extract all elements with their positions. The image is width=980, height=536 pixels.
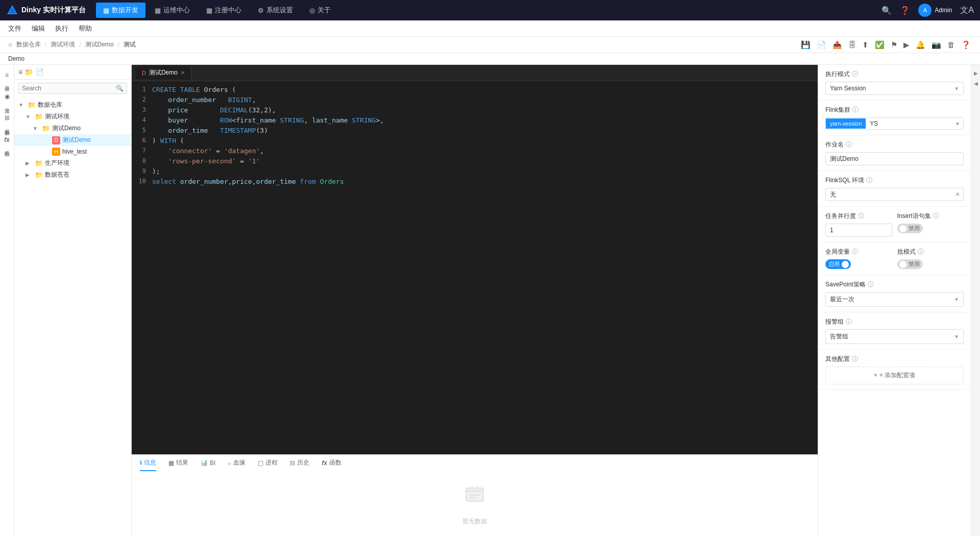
bottom-tab-process[interactable]: ▢ 进程 bbox=[258, 455, 278, 471]
editor-tabs: D 测试Demo ✕ bbox=[132, 65, 818, 81]
toggle-circle-insert bbox=[899, 225, 906, 232]
code-editor[interactable]: 1 CREATE TABLE Orders ( 2 order_number B… bbox=[132, 81, 818, 454]
global-var-info-icon[interactable]: ⓘ bbox=[852, 248, 858, 256]
code-line-3: 3 price DECIMAL(32,2), bbox=[132, 106, 818, 116]
toolbar-db-save-icon[interactable]: 🗄 bbox=[847, 39, 857, 50]
bottom-tab-function[interactable]: fx 函数 bbox=[322, 455, 341, 471]
alert-group-select[interactable]: 告警组 ▼ bbox=[825, 329, 964, 344]
flinksql-clear-icon[interactable]: ✕ bbox=[952, 189, 963, 200]
help-icon[interactable]: ❓ bbox=[900, 6, 910, 15]
tree-item-data-chaos[interactable]: ▶ 📁 数据苍苍 bbox=[14, 169, 131, 181]
tree-item-hive-test[interactable]: H hive_test bbox=[14, 146, 131, 157]
folder-data-chaos-icon: 📁 bbox=[35, 171, 43, 179]
flinksql-env-input[interactable] bbox=[826, 188, 952, 201]
menu-bar: 文件 编辑 执行 帮助 bbox=[0, 20, 980, 37]
line-content-9: ); bbox=[152, 167, 818, 175]
toolbar-export-icon[interactable]: 📤 bbox=[831, 39, 843, 51]
batch-mode-info-icon[interactable]: ⓘ bbox=[918, 248, 924, 256]
section-parallelism: 任务并行度 ⓘ Insert语句集 ⓘ 禁用 bbox=[818, 207, 971, 242]
language-icon[interactable]: 文A bbox=[960, 5, 974, 16]
toolbar-camera-icon[interactable]: 📷 bbox=[930, 39, 942, 51]
sidebar-functions-label: 函数 bbox=[4, 145, 11, 150]
job-name-info-icon[interactable]: ⓘ bbox=[846, 140, 852, 149]
file-tree-new-folder-icon[interactable]: 📁 bbox=[24, 68, 33, 76]
nav-tab-register[interactable]: ▦ 注册中心 bbox=[199, 3, 249, 18]
add-config-button[interactable]: + + 添加配置项 bbox=[825, 367, 964, 384]
nav-tab-about[interactable]: ◎ 关于 bbox=[302, 3, 338, 18]
right-edge-collapse-icon[interactable]: ▶ bbox=[972, 69, 980, 77]
toolbar-bell-icon[interactable]: 🔔 bbox=[915, 39, 926, 51]
bottom-tab-lineage[interactable]: ⬦ 血缘 bbox=[228, 455, 246, 471]
toolbar-run-icon[interactable]: ▶ bbox=[902, 39, 911, 51]
cluster-name: YS bbox=[866, 118, 952, 129]
nav-tab-register-label: 注册中心 bbox=[215, 6, 241, 15]
file-tree-menu-icon[interactable]: ≡ bbox=[18, 68, 22, 76]
tree-item-test-env[interactable]: ▼ 📁 测试环境 bbox=[14, 111, 131, 123]
global-var-toggle[interactable]: 启用 bbox=[825, 259, 851, 269]
nav-tab-ops[interactable]: ▦ 运维中心 bbox=[148, 3, 197, 18]
sidebar-menu-icon[interactable]: ≡ bbox=[0, 70, 14, 80]
nav-user[interactable]: A Admin bbox=[918, 4, 952, 17]
savepoint-select[interactable]: 最近一次 ▼ bbox=[825, 292, 964, 307]
flink-cluster-select[interactable]: yarn-session YS ▼ bbox=[825, 117, 964, 130]
toolbar-check-icon[interactable]: ✅ bbox=[874, 39, 886, 51]
sidebar-activity-icon[interactable]: ◉ bbox=[0, 91, 14, 102]
nav-tab-data-dev[interactable]: ▦ 数据开发 bbox=[96, 3, 145, 18]
insert-sentence-info-icon[interactable]: ⓘ bbox=[933, 212, 939, 221]
execution-mode-info-icon[interactable]: ⓘ bbox=[852, 70, 858, 79]
menu-run[interactable]: 执行 bbox=[55, 22, 68, 35]
tree-label-test-env: 测试环境 bbox=[45, 112, 69, 121]
menu-file[interactable]: 文件 bbox=[8, 22, 21, 35]
flinksql-env-select[interactable]: ✕ bbox=[825, 188, 964, 201]
right-edge-expand-icon[interactable]: ◀ bbox=[972, 79, 980, 87]
tree-item-prod-env[interactable]: ▶ 📁 生产环境 bbox=[14, 157, 131, 169]
breadcrumb-test-demo[interactable]: 测试Demo bbox=[85, 40, 114, 49]
svg-rect-2 bbox=[466, 488, 483, 501]
bottom-tab-history-label: 历史 bbox=[297, 458, 309, 467]
toolbar-flag-icon[interactable]: ⚑ bbox=[890, 39, 898, 51]
alert-group-info-icon[interactable]: ⓘ bbox=[846, 318, 852, 326]
flink-cluster-info-icon[interactable]: ⓘ bbox=[852, 106, 859, 114]
tree-item-warehouse[interactable]: ▼ 📁 数据仓库 bbox=[14, 99, 131, 111]
tree-item-test-demo-file[interactable]: D 测试Demo bbox=[14, 134, 131, 146]
bottom-tab-history[interactable]: ⊟ 历史 bbox=[290, 455, 309, 471]
editor-tab-close[interactable]: ✕ bbox=[181, 70, 185, 76]
job-name-input[interactable] bbox=[825, 152, 964, 165]
toolbar-delete-icon[interactable]: 🗑 bbox=[946, 39, 956, 50]
flinksql-env-info-icon[interactable]: ⓘ bbox=[866, 176, 872, 185]
menu-help[interactable]: 帮助 bbox=[79, 22, 92, 35]
line-num-3: 3 bbox=[132, 106, 152, 113]
other-config-info-icon[interactable]: ⓘ bbox=[852, 355, 858, 363]
section-alert-group: 报警组 ⓘ 告警组 ▼ bbox=[818, 312, 971, 350]
search-icon[interactable]: 🔍 bbox=[881, 6, 892, 15]
breadcrumb-warehouse[interactable]: 数据仓库 bbox=[16, 40, 41, 49]
editor-tab-test-demo[interactable]: D 测试Demo ✕ bbox=[136, 66, 191, 79]
bottom-tab-bi[interactable]: 📊 BI bbox=[201, 456, 215, 471]
logo-icon bbox=[6, 4, 18, 16]
nav-tab-ops-icon: ▦ bbox=[155, 7, 161, 14]
code-line-1: 1 CREATE TABLE Orders ( bbox=[132, 85, 818, 95]
file-tree-new-file-icon[interactable]: 📄 bbox=[35, 68, 44, 76]
menu-edit[interactable]: 编辑 bbox=[32, 22, 45, 35]
code-line-6: 6 ) WITH ( bbox=[132, 136, 818, 147]
toolbar-save-icon[interactable]: 💾 bbox=[800, 39, 812, 51]
toolbar-upload-icon[interactable]: ⬆ bbox=[861, 39, 870, 51]
sidebar-functions-icon[interactable]: fx bbox=[0, 135, 14, 145]
execution-mode-select[interactable]: Yarn Session ▼ bbox=[825, 82, 964, 95]
sidebar-data-icon[interactable]: ⊞ bbox=[0, 113, 14, 123]
bottom-tab-info[interactable]: ℹ 信息 bbox=[140, 455, 156, 471]
toolbar-help-icon[interactable]: ❓ bbox=[960, 39, 972, 51]
breadcrumb-test-env[interactable]: 测试环境 bbox=[51, 40, 75, 49]
batch-mode-toggle[interactable]: 禁用 bbox=[897, 259, 923, 269]
job-name-label-text: 作业名 bbox=[825, 140, 844, 149]
savepoint-info-icon[interactable]: ⓘ bbox=[868, 280, 874, 289]
toolbar-file-icon[interactable]: 📄 bbox=[816, 39, 827, 51]
nav-tab-settings[interactable]: ⚙ 系统设置 bbox=[251, 3, 300, 18]
bottom-tab-result[interactable]: ▦ 结果 bbox=[168, 455, 188, 471]
insert-sentence-toggle-label: 禁用 bbox=[909, 225, 920, 232]
search-input[interactable] bbox=[22, 85, 116, 92]
parallelism-input[interactable] bbox=[825, 224, 892, 237]
tree-item-test-demo-folder[interactable]: ▼ 📁 测试Demo bbox=[14, 123, 131, 134]
parallelism-info-icon[interactable]: ⓘ bbox=[858, 212, 864, 221]
insert-sentence-toggle[interactable]: 禁用 bbox=[897, 224, 923, 233]
